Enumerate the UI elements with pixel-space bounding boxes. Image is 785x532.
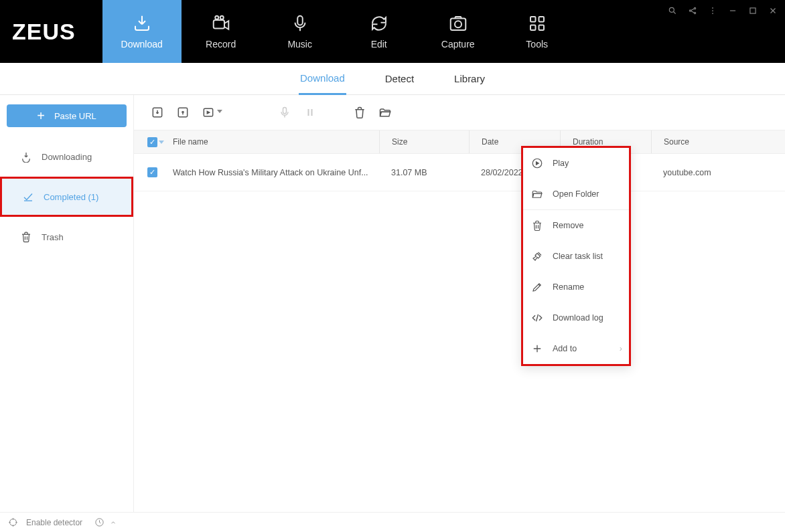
- select-all-checkbox[interactable]: ✓: [147, 137, 157, 147]
- clock-icon[interactable]: [94, 517, 104, 527]
- convert-button[interactable]: [201, 105, 216, 120]
- column-source[interactable]: Source: [651, 130, 785, 153]
- tab-download[interactable]: Download: [102, 0, 182, 63]
- plus-icon: +: [37, 108, 45, 124]
- maximize-button[interactable]: [747, 5, 758, 16]
- svg-rect-0: [213, 20, 224, 29]
- ctx-label: Clear task list: [553, 252, 603, 261]
- ctx-open-folder[interactable]: Open Folder: [523, 179, 629, 209]
- tab-label: Music: [287, 39, 312, 50]
- ctx-rename[interactable]: Rename: [523, 272, 629, 302]
- svg-rect-9: [539, 25, 544, 31]
- tab-label: Capture: [441, 39, 475, 50]
- tab-tools[interactable]: Tools: [498, 0, 577, 63]
- svg-point-16: [712, 13, 713, 14]
- cell-size: 31.07 MB: [379, 168, 469, 177]
- svg-point-15: [712, 10, 713, 11]
- sidebar-item-completed[interactable]: Completed (1): [0, 177, 133, 217]
- svg-rect-8: [530, 25, 536, 31]
- tab-capture[interactable]: Capture: [419, 0, 498, 63]
- tab-edit[interactable]: Edit: [340, 0, 419, 63]
- sidebar-item-label: Trash: [42, 232, 64, 242]
- ctx-label: Open Folder: [553, 189, 599, 199]
- trash-icon: [20, 231, 32, 243]
- subnav-detect[interactable]: Detect: [384, 64, 415, 94]
- broom-icon: [531, 250, 543, 262]
- app-logo: ZEUS: [0, 0, 102, 63]
- ctx-clear-task-list[interactable]: Clear task list: [523, 241, 629, 272]
- tab-label: Download: [121, 39, 163, 50]
- refresh-icon: [369, 13, 389, 33]
- pencil-icon: [531, 281, 543, 293]
- svg-rect-21: [283, 108, 287, 114]
- capture-icon: [448, 13, 468, 33]
- open-folder-button[interactable]: [378, 105, 392, 120]
- apps-icon: [527, 13, 547, 33]
- svg-point-10: [669, 7, 674, 12]
- subnav-library[interactable]: Library: [453, 64, 486, 94]
- delete-button[interactable]: [352, 105, 367, 120]
- ctx-remove[interactable]: Remove: [523, 210, 629, 241]
- tab-label: Record: [206, 39, 236, 50]
- subnav-download[interactable]: Download: [299, 63, 346, 95]
- ctx-add-to[interactable]: Add to ›: [523, 333, 629, 364]
- window-controls: [667, 5, 778, 16]
- subnav: Download Detect Library: [0, 63, 785, 95]
- table-header: ✓ File name Size Date Duration Source: [134, 130, 785, 154]
- sidebar-item-downloading[interactable]: Downloading: [0, 137, 133, 177]
- svg-point-23: [10, 519, 17, 526]
- trash-icon: [531, 219, 543, 232]
- pause-button[interactable]: [303, 105, 317, 120]
- target-icon[interactable]: [8, 517, 18, 527]
- code-icon: [531, 312, 543, 324]
- chevron-right-icon: ›: [620, 344, 622, 353]
- mic-icon: [290, 13, 310, 33]
- toolbar: [134, 95, 785, 130]
- ctx-play[interactable]: Play: [523, 148, 629, 179]
- svg-rect-4: [450, 19, 466, 31]
- play-icon: [531, 157, 543, 169]
- sidebar-item-trash[interactable]: Trash: [0, 217, 133, 257]
- svg-point-13: [694, 12, 695, 13]
- statusbar: Enable detector: [0, 512, 785, 532]
- completed-icon: [22, 191, 34, 203]
- more-icon[interactable]: [707, 5, 718, 16]
- search-icon[interactable]: [667, 5, 678, 16]
- svg-point-1: [215, 16, 218, 19]
- export-button[interactable]: [175, 105, 190, 120]
- paste-url-button[interactable]: + Paste URL: [7, 104, 127, 127]
- tab-label: Edit: [371, 39, 387, 50]
- sidebar: + Paste URL Downloading Completed (1) Tr…: [0, 95, 134, 512]
- sidebar-item-label: Downloading: [42, 152, 92, 162]
- column-name[interactable]: File name: [170, 137, 379, 147]
- folder-icon: [531, 188, 543, 200]
- share-icon[interactable]: [687, 5, 698, 16]
- sidebar-item-label: Completed (1): [44, 192, 98, 202]
- ctx-label: Add to: [553, 344, 577, 353]
- row-checkbox[interactable]: ✓: [147, 167, 157, 177]
- context-menu: Play Open Folder Remove Clear task list …: [521, 146, 631, 366]
- ctx-label: Play: [553, 159, 569, 168]
- table-row[interactable]: ✓ Watch How Russia's Military Attack on …: [134, 154, 785, 191]
- main-area: ✓ File name Size Date Duration Source ✓ …: [134, 95, 785, 512]
- downloading-icon: [20, 151, 32, 163]
- ctx-label: Rename: [553, 282, 584, 292]
- detector-label[interactable]: Enable detector: [26, 518, 82, 527]
- column-size[interactable]: Size: [379, 130, 469, 153]
- ctx-label: Download log: [553, 313, 603, 323]
- main-tabs: Download Record Music Edit Capture Tools: [102, 0, 577, 63]
- mic-button[interactable]: [277, 105, 292, 120]
- ctx-download-log[interactable]: Download log: [523, 302, 629, 333]
- svg-point-14: [712, 7, 713, 9]
- close-button[interactable]: [768, 5, 778, 16]
- chevron-up-icon[interactable]: [110, 519, 117, 526]
- cell-source: youtube.com: [651, 168, 785, 177]
- tab-music[interactable]: Music: [261, 0, 340, 63]
- svg-point-2: [220, 16, 223, 19]
- download-all-button[interactable]: [150, 105, 165, 120]
- tab-record[interactable]: Record: [182, 0, 261, 63]
- svg-rect-17: [750, 8, 756, 13]
- minimize-button[interactable]: [727, 5, 738, 16]
- svg-point-5: [455, 21, 461, 27]
- svg-point-11: [689, 10, 691, 11]
